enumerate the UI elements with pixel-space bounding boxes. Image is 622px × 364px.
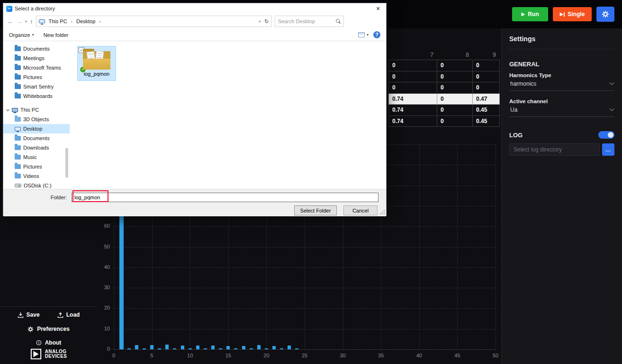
- tree-item-music[interactable]: Music: [3, 152, 70, 162]
- table-cell[interactable]: 0.74: [388, 116, 437, 127]
- table-cell[interactable]: 0: [437, 82, 473, 94]
- table-cell[interactable]: 0.74: [388, 94, 437, 105]
- address-bar[interactable]: This PC › Desktop › ▾ ↻: [36, 16, 272, 27]
- new-folder-button[interactable]: New folder: [44, 32, 69, 38]
- save-download-icon: [18, 312, 24, 318]
- help-button[interactable]: ?: [373, 31, 380, 38]
- tree-item-documents[interactable]: Documents: [3, 44, 70, 53]
- log-toggle[interactable]: [598, 131, 614, 139]
- table-cell[interactable]: 0.47: [473, 94, 500, 105]
- dialog-titlebar[interactable]: ~ Select a directory ×: [3, 3, 386, 14]
- tree-item-videos[interactable]: Videos: [3, 171, 70, 181]
- dialog-title: Select a directory: [15, 6, 55, 11]
- tree-item-desktop[interactable]: Desktop: [3, 124, 70, 133]
- up-button[interactable]: ↑: [30, 18, 33, 25]
- about-button[interactable]: About: [0, 339, 97, 346]
- browse-log-directory-button[interactable]: ...: [602, 143, 614, 156]
- harmonics-type-dropdown[interactable]: harmonics: [509, 80, 614, 91]
- refresh-icon[interactable]: ↻: [264, 18, 269, 25]
- logo-line2: DEVICES: [45, 354, 67, 359]
- table-cell[interactable]: 0: [437, 116, 473, 127]
- table-row[interactable]: 000: [388, 60, 500, 71]
- table-row[interactable]: 0.7400.45: [388, 105, 500, 116]
- table-cell[interactable]: 0: [437, 60, 473, 71]
- tree-item-this-pc[interactable]: This PC: [3, 105, 70, 115]
- recent-locations-dropdown-icon[interactable]: ▾: [25, 19, 27, 24]
- single-button[interactable]: ▶ Single: [553, 7, 592, 21]
- tree-item-whiteboards[interactable]: Whiteboards: [3, 91, 70, 101]
- view-options-button[interactable]: ▾: [358, 32, 369, 37]
- application-window: ▶ Run ▶ Single Save Load Preferences: [0, 0, 622, 364]
- file-list-area[interactable]: ✓ ✓ log_pqmon: [70, 41, 386, 189]
- harmonic-bar: [211, 346, 215, 349]
- forward-button[interactable]: →: [16, 18, 22, 25]
- table-cell[interactable]: 0: [388, 60, 437, 71]
- preferences-button[interactable]: Preferences: [0, 326, 97, 332]
- x-tick-label: 5: [144, 353, 160, 358]
- table-header-row: 789: [388, 50, 500, 60]
- back-button[interactable]: ←: [7, 18, 13, 25]
- search-input[interactable]: [278, 18, 334, 24]
- table-cell[interactable]: 0: [473, 60, 500, 71]
- table-cell[interactable]: 0: [388, 71, 437, 83]
- table-cell[interactable]: 0: [473, 82, 500, 94]
- table-cell[interactable]: 0.74: [388, 105, 437, 116]
- expander-icon[interactable]: [6, 108, 9, 112]
- y-tick-label: 10: [93, 326, 110, 331]
- table-row[interactable]: 000: [388, 71, 500, 83]
- log-directory-input[interactable]: [509, 143, 600, 156]
- tree-item-pictures[interactable]: Pictures: [3, 72, 70, 82]
- organize-menu[interactable]: Organize ▾: [9, 32, 34, 38]
- load-upload-icon: [57, 312, 63, 318]
- tree-item-smart-sentry[interactable]: Smart Sentry: [3, 82, 70, 91]
- folder-name-input[interactable]: [72, 193, 379, 202]
- table-cell[interactable]: 0: [388, 82, 437, 94]
- table-row[interactable]: 0.7400.45: [388, 116, 500, 127]
- folder-pictures-icon: [15, 164, 21, 169]
- tree-scrollbar[interactable]: [65, 148, 68, 178]
- load-button[interactable]: Load: [57, 311, 80, 318]
- settings-gear-button[interactable]: [596, 7, 614, 22]
- table-cell[interactable]: 0.45: [473, 105, 500, 116]
- harmonic-bar: [219, 348, 222, 349]
- settings-title: Settings: [509, 35, 614, 49]
- save-button[interactable]: Save: [18, 311, 40, 318]
- harmonic-bar: [165, 345, 169, 349]
- general-heading: GENERAL: [509, 61, 614, 68]
- active-channel-dropdown[interactable]: Ua: [509, 106, 614, 117]
- folder-item-log-pqmon[interactable]: ✓ ✓ log_pqmon: [77, 46, 116, 81]
- table-cell[interactable]: 0: [473, 71, 500, 83]
- table-row[interactable]: 0.7400.47: [388, 94, 500, 105]
- select-folder-button[interactable]: Select Folder: [294, 205, 337, 215]
- x-tick-label: 20: [258, 353, 274, 358]
- tree-item-label: Meetings: [23, 55, 45, 61]
- resize-grip[interactable]: [379, 210, 385, 215]
- tree-item-pictures[interactable]: Pictures: [3, 162, 70, 171]
- table-cell[interactable]: 0: [437, 71, 473, 83]
- harmonic-bar: [272, 346, 276, 349]
- harmonic-bar: [295, 348, 298, 349]
- tree-item-downloads[interactable]: Downloads: [3, 143, 70, 152]
- table-cell[interactable]: 0.45: [473, 116, 500, 127]
- table-cell[interactable]: 0: [437, 105, 473, 116]
- x-tick-label: 0: [106, 353, 122, 358]
- run-button[interactable]: ▶ Run: [512, 7, 548, 21]
- tree-item-microsoft-teams[interactable]: Microsoft Teams: [3, 63, 70, 72]
- computer-icon: [12, 108, 18, 112]
- breadcrumb-this-pc[interactable]: This PC: [47, 18, 69, 24]
- table-cell[interactable]: 0: [437, 94, 473, 105]
- table-row[interactable]: 000: [388, 82, 500, 94]
- search-box[interactable]: [275, 16, 344, 27]
- tree-item-meetings[interactable]: Meetings: [3, 53, 70, 63]
- tree-item-osdisk-c-[interactable]: OSDisk (C:): [3, 181, 70, 189]
- close-icon[interactable]: ×: [370, 3, 386, 14]
- breadcrumb-desktop[interactable]: Desktop: [75, 18, 97, 24]
- folder-blue-icon: [15, 46, 21, 51]
- cancel-button[interactable]: Cancel: [343, 205, 378, 215]
- tree-item-documents[interactable]: Documents: [3, 133, 70, 143]
- tree-item-3d-objects[interactable]: 3D Objects: [3, 115, 70, 124]
- info-icon: [36, 340, 42, 346]
- address-dropdown-icon[interactable]: ▾: [259, 19, 261, 24]
- tree-item-label: OSDisk (C:): [24, 183, 52, 188]
- folder-blue-icon: [15, 84, 21, 89]
